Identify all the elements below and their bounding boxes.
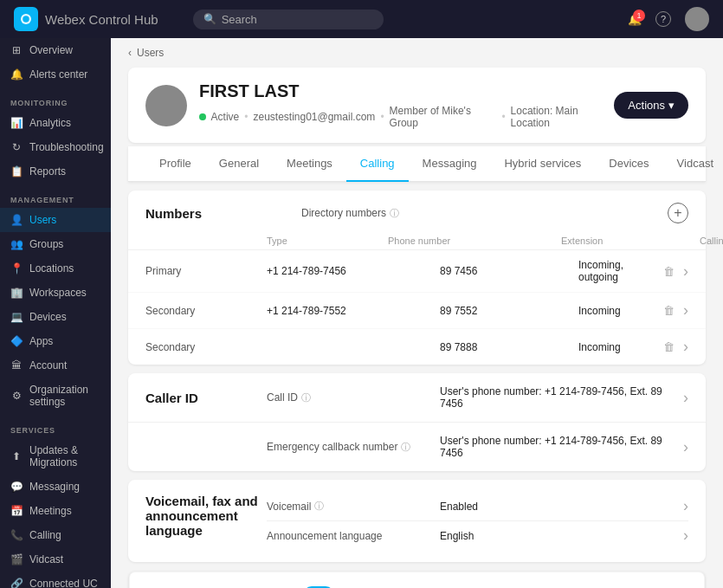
sidebar-item-vidcast[interactable]: 🎬 Vidcast [0,547,111,572]
sidebar-item-meetings[interactable]: 📅 Meetings [0,499,111,523]
sidebar-item-alerts[interactable]: 🔔 Alerts center [0,62,111,87]
sidebar-item-label: Reports [29,165,66,178]
locations-icon: 📍 [10,262,23,275]
sidebar-item-calling[interactable]: 📞 Calling [0,523,111,547]
sidebar-item-users[interactable]: 👤 Users [0,208,111,232]
actions-button[interactable]: Actions ▾ [614,92,688,119]
messaging-icon: 💬 [10,481,23,493]
sidebar-item-connected-uc[interactable]: 🔗 Connected UC [0,572,111,588]
voicemail-section: Voicemail, fax and announcement language… [128,480,706,562]
tab-vidcast[interactable]: Vidcast [663,146,723,182]
top-nav-right: 🔔 1 ? [628,7,709,31]
help-button[interactable]: ? [655,11,671,27]
notification-badge: 1 [633,10,645,22]
voicemail-info-icon[interactable]: ⓘ [314,500,324,513]
sidebar-item-label: Alerts center [29,68,87,81]
sidebar-item-messaging[interactable]: 💬 Messaging [0,475,111,499]
directory-numbers-label: Directory numbers [301,207,386,219]
tab-calling[interactable]: Calling [346,146,409,182]
add-number-button[interactable]: + [668,203,688,223]
back-arrow[interactable]: ‹ [128,47,132,59]
global-search[interactable]: 🔍 [193,10,384,29]
number-phone-0: +1 214-789-7456 [267,265,440,277]
number-ext-1: 89 7552 [440,305,578,317]
user-email: zeustesting01@gmail.com [253,111,375,123]
sidebar-item-devices[interactable]: 💻 Devices [0,305,111,329]
tab-meetings[interactable]: Meetings [273,146,346,182]
apps-icon: 🔷 [10,335,23,347]
number-calling-2: Incoming [578,341,636,353]
sidebar-item-label: Locations [29,262,74,275]
chevron-right-2[interactable]: › [683,338,688,356]
breadcrumb-parent[interactable]: Users [137,47,164,59]
sidebar-item-label: Groups [29,238,63,250]
sidebar-item-label: Messaging [29,481,80,493]
sidebar-item-label: Connected UC [29,578,98,588]
sidebar-item-groups[interactable]: 👥 Groups [0,232,111,256]
breadcrumb: ‹ Users [111,38,723,68]
directory-numbers-info-icon[interactable]: ⓘ [390,207,399,220]
number-phone-1: +1 214-789-7552 [267,305,440,317]
call-id-info-icon[interactable]: ⓘ [301,391,311,404]
sidebar-item-troubleshooting[interactable]: ↻ Troubleshooting [0,135,111,159]
number-type-primary: Primary [145,265,267,277]
voicemail-title: Voicemail, fax and announcement language [145,492,267,538]
sidebar-item-updates[interactable]: ⬆ Updates & Migrations [0,438,111,475]
call-id-key: Call ID [267,391,298,404]
number-type-2: Secondary [145,341,267,353]
tab-profile[interactable]: Profile [145,146,205,182]
sidebar-item-reports[interactable]: 📋 Reports [0,159,111,184]
col-calling: Calling [700,236,723,246]
user-avatar[interactable] [685,7,709,31]
tab-devices[interactable]: Devices [595,146,662,182]
meetings-icon: 📅 [10,505,23,517]
calling-tabs: Profile General Meetings Calling Messagi… [128,146,706,182]
sidebar-item-org-settings[interactable]: ⚙ Organization settings [0,378,111,414]
monitoring-section-label: MONITORING [0,87,111,111]
sidebar-item-account[interactable]: 🏛 Account [0,353,111,378]
col-ext: Extension [561,236,700,246]
sidebar-item-label: Devices [29,311,67,323]
chevron-down-icon: ▾ [668,99,675,112]
sidebar-item-workspaces[interactable]: 🏢 Workspaces [0,281,111,305]
trash-icon-2[interactable]: 🗑 [663,340,675,353]
announcement-lang-value: English [440,530,683,542]
user-info: FIRST LAST Active • zeustesting01@gmail.… [199,81,614,129]
sidebar-item-analytics[interactable]: 📊 Analytics [0,111,111,135]
emergency-callback-chevron[interactable]: › [683,438,688,456]
user-header: FIRST LAST Active • zeustesting01@gmail.… [128,68,706,143]
app-logo: Webex Control Hub [14,7,158,31]
number-calling-1: Incoming [578,305,636,317]
search-icon: 🔍 [203,13,216,25]
sidebar-item-locations[interactable]: 📍 Locations [0,256,111,281]
chevron-right-0[interactable]: › [683,262,688,281]
voicemail-chevron[interactable]: › [683,497,688,515]
svg-point-1 [23,16,29,23]
sidebar-item-overview[interactable]: ⊞ Overview [0,38,111,62]
sidebar-item-apps[interactable]: 🔷 Apps [0,329,111,353]
tab-hybrid-services[interactable]: Hybrid services [490,146,595,182]
webex-icon [14,7,38,31]
table-row: Secondary 89 7888 Incoming 🗑 › [128,329,706,365]
voicemail-row-2: Announcement language English › [267,521,688,550]
reports-icon: 📋 [10,165,23,178]
trash-icon-1[interactable]: 🗑 [663,304,675,317]
announcement-lang-chevron[interactable]: › [683,527,688,545]
sidebar-item-label: Apps [29,335,53,347]
call-id-chevron[interactable]: › [683,389,688,407]
workspaces-icon: 🏢 [10,287,23,299]
chevron-right-1[interactable]: › [683,301,688,320]
tab-messaging[interactable]: Messaging [409,146,491,182]
trash-icon-0[interactable]: 🗑 [663,265,675,278]
connected-uc-icon: 🔗 [10,578,23,588]
notifications-button[interactable]: 🔔 1 [628,13,642,26]
moh-content: Music on Hold Play music when a call is … [130,572,704,588]
sidebar-item-label: Meetings [29,505,72,517]
search-input[interactable] [222,13,373,26]
user-avatar-large [145,85,187,126]
org-settings-icon: ⚙ [10,390,23,402]
emergency-callback-info-icon[interactable]: ⓘ [401,441,410,454]
sidebar-item-label: Organization settings [29,384,100,408]
tab-general[interactable]: General [205,146,273,182]
user-meta: Active • zeustesting01@gmail.com • Membe… [199,105,614,129]
